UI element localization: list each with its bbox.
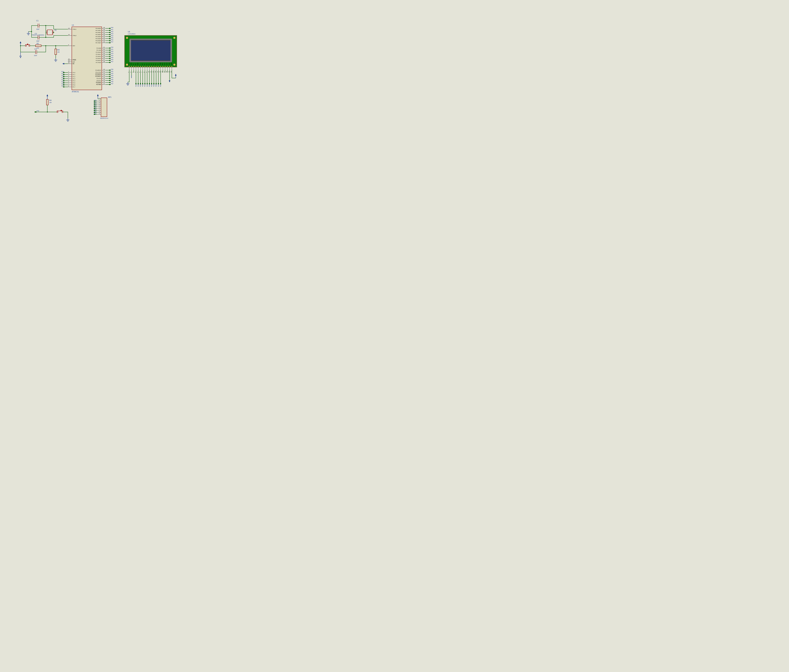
r3-ref: R3 <box>57 49 59 51</box>
ground-arrow-icon <box>54 58 57 62</box>
svg-text:15: 15 <box>103 79 105 80</box>
svg-text:P04: P04 <box>94 107 97 109</box>
svg-text:P15: P15 <box>61 81 64 83</box>
svg-text:13: 13 <box>155 71 156 73</box>
component-x1[interactable]: X1 FREQ=11.0592MHz <box>32 29 56 36</box>
svg-text:D1: D1 <box>144 64 145 65</box>
c1-ref: C1 <box>36 20 38 22</box>
svg-text:13: 13 <box>103 75 105 76</box>
component-u1[interactable]: U1 AT89C51 19 XTAL1 18 XTAL2 9 RST 29 PS… <box>61 24 113 92</box>
svg-point-258 <box>25 45 27 46</box>
svg-text:16: 16 <box>161 71 163 73</box>
svg-text:3: 3 <box>68 75 69 76</box>
svg-text:P3.5/T1: P3.5/T1 <box>97 80 101 81</box>
u5-value: LCD12864A <box>128 33 136 35</box>
svg-rect-359 <box>138 66 139 67</box>
svg-point-129 <box>110 42 110 43</box>
svg-point-252 <box>53 32 54 33</box>
svg-text:14: 14 <box>103 77 105 78</box>
svg-text:22: 22 <box>103 49 105 50</box>
svg-text:D6: D6 <box>155 64 157 65</box>
svg-point-101 <box>110 34 110 35</box>
svg-marker-489 <box>169 80 171 82</box>
svg-text:18: 18 <box>166 71 167 73</box>
svg-text:D0: D0 <box>142 64 143 65</box>
component-rp1[interactable]: RP1 RESPACK-8 12P003P014P025P036P047P058… <box>94 96 112 119</box>
svg-text:E: E <box>139 65 141 65</box>
svg-point-80 <box>110 28 110 29</box>
component-r2[interactable]: R2 220 <box>35 43 41 49</box>
svg-text:8: 8 <box>68 85 69 87</box>
u5-ref: U5 <box>128 31 130 33</box>
svg-text:30: 30 <box>68 60 70 62</box>
component-u5[interactable]: U5 LCD12864A GNDVCCV0RSR/WED0D1D2D3D4D5D… <box>125 31 177 67</box>
svg-text:P36: P36 <box>140 84 141 87</box>
svg-point-136 <box>110 48 110 49</box>
svg-text:17: 17 <box>103 83 105 84</box>
svg-point-87 <box>110 30 110 31</box>
svg-text:P0.2/AD2: P0.2/AD2 <box>96 32 101 33</box>
svg-point-346 <box>173 64 176 66</box>
svg-text:P2.1/A9: P2.1/A9 <box>97 49 101 51</box>
svg-text:P2.7/A15: P2.7/A15 <box>96 62 101 63</box>
svg-rect-348 <box>131 40 171 61</box>
svg-rect-353 <box>131 66 132 67</box>
svg-text:P02: P02 <box>94 103 97 105</box>
svg-rect-349 <box>131 40 171 41</box>
svg-text:V0: V0 <box>133 64 134 65</box>
svg-text:5: 5 <box>99 105 100 107</box>
svg-text:8: 8 <box>144 72 145 73</box>
net-label-p32: P32 <box>35 110 39 113</box>
svg-text:XTAL1: XTAL1 <box>73 29 77 30</box>
svg-point-345 <box>126 64 128 66</box>
svg-text:P06: P06 <box>155 84 157 87</box>
rp1-ref: RP1 <box>108 96 112 98</box>
r3-value: 10k <box>57 51 60 53</box>
svg-text:P03: P03 <box>111 33 113 35</box>
svg-point-251 <box>45 37 46 38</box>
svg-text:39: 39 <box>103 27 105 28</box>
svg-text:35: 35 <box>103 35 105 37</box>
svg-text:P05: P05 <box>153 84 155 87</box>
component-r4[interactable]: R4 10k <box>46 99 52 105</box>
component-r3[interactable]: R3 10k <box>55 49 60 54</box>
svg-text:P1.3: P1.3 <box>73 78 75 80</box>
svg-text:P2.6/A14: P2.6/A14 <box>96 60 101 61</box>
c2-ref: C2 <box>35 33 37 35</box>
svg-text:P2.4/A12: P2.4/A12 <box>96 56 101 57</box>
svg-text:38: 38 <box>103 29 105 30</box>
svg-text:D7: D7 <box>157 64 159 65</box>
svg-text:ALE: ALE <box>73 61 75 63</box>
svg-text:P3.0/RXD: P3.0/RXD <box>95 70 101 71</box>
svg-text:P1.2: P1.2 <box>73 76 75 77</box>
svg-point-281 <box>35 111 35 113</box>
svg-text:23: 23 <box>103 51 105 52</box>
svg-rect-381 <box>162 66 163 67</box>
svg-point-150 <box>110 52 110 53</box>
svg-text:P17: P17 <box>61 85 64 87</box>
svg-text:P03: P03 <box>149 84 150 87</box>
svg-marker-493 <box>175 74 177 76</box>
svg-text:8: 8 <box>99 111 100 113</box>
component-c1[interactable]: C1 22pF <box>36 20 40 30</box>
svg-point-206 <box>110 74 110 75</box>
svg-text:XTAL2: XTAL2 <box>73 35 77 36</box>
svg-rect-373 <box>153 66 154 67</box>
svg-rect-355 <box>133 66 134 67</box>
svg-point-220 <box>110 78 110 79</box>
svg-text:P32: P32 <box>111 73 113 74</box>
svg-text:36: 36 <box>103 33 105 34</box>
svg-text:16: 16 <box>103 81 105 82</box>
svg-text:P03: P03 <box>94 105 97 107</box>
svg-text:6: 6 <box>68 81 69 83</box>
svg-text:P3.1/TXD: P3.1/TXD <box>96 72 101 73</box>
svg-rect-276 <box>46 99 48 105</box>
svg-text:26: 26 <box>103 57 105 58</box>
component-button-p32[interactable] <box>47 110 69 121</box>
svg-text:P0.3/AD3: P0.3/AD3 <box>96 34 101 35</box>
component-reset-button[interactable] <box>25 44 30 46</box>
svg-marker-341 <box>97 94 99 96</box>
svg-text:P22: P22 <box>111 51 113 52</box>
svg-text:P2.3/A11: P2.3/A11 <box>96 54 101 55</box>
svg-text:GND: GND <box>128 62 129 65</box>
